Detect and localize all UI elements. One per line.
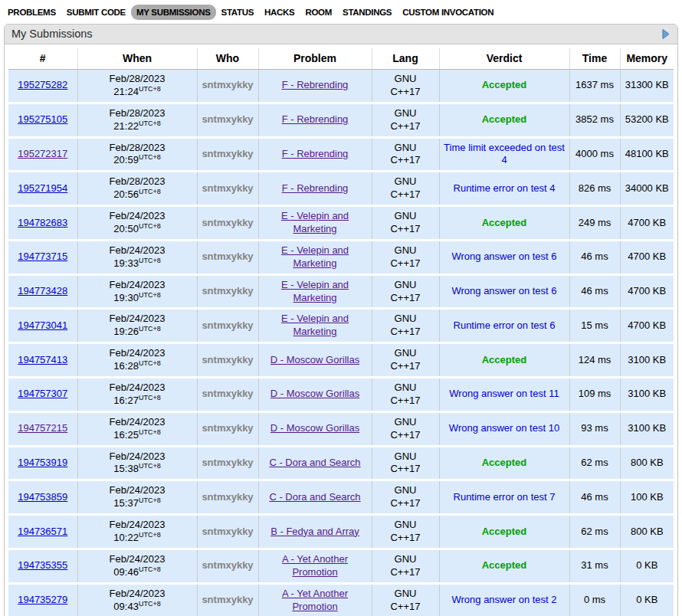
submission-runtime-cell: 3852 ms [569,103,620,137]
submission-row: 194757413 Feb/24/202316:28UTC+8 sntmxykk… [8,343,674,378]
submission-verdict-cell: Accepted [439,549,569,583]
submission-runtime-cell: 826 ms [569,172,620,206]
submission-memory-cell: 0 KB [620,583,674,616]
author-link[interactable]: sntmxykky [202,559,253,571]
tab-problems[interactable]: PROBLEMS [2,5,61,20]
submission-time-of-day: 15:37 [113,497,139,509]
author-link[interactable]: sntmxykky [202,148,253,159]
submission-id-link[interactable]: 195275105 [18,113,67,125]
submission-time-of-day: 19:30 [113,292,139,303]
problem-link[interactable]: B - Fedya and Array [271,526,359,537]
problem-link[interactable]: D - Moscow Gorillas [271,388,359,399]
submission-id-link[interactable]: 194773715 [18,251,67,262]
problem-link[interactable]: E - Velepin and Marketing [281,244,349,269]
submission-row: 195271954 Feb/28/202320:56UTC+8 sntmxykk… [8,172,674,206]
problem-link[interactable]: F - Rebrending [282,182,349,194]
tab-standings[interactable]: STANDINGS [337,5,397,20]
author-link[interactable]: sntmxykky [202,79,253,90]
problem-link[interactable]: E - Velepin and Marketing [281,279,349,303]
author-link[interactable]: sntmxykky [202,251,253,262]
problem-link[interactable]: F - Rebrending [282,148,349,159]
submission-runtime-cell: 4000 ms [569,137,620,172]
submission-id-link[interactable]: 194753919 [18,457,67,468]
author-link[interactable]: sntmxykky [202,113,253,125]
submission-author-cell: sntmxykky [197,103,258,137]
submission-id-cell: 194773428 [8,274,77,309]
submission-id-link[interactable]: 194736571 [18,526,67,537]
submission-row: 194782683 Feb/24/202320:50UTC+8 sntmxykk… [8,206,674,241]
submission-id-link[interactable]: 194782683 [18,217,67,228]
tab-status[interactable]: STATUS [216,5,260,20]
submission-id-link[interactable]: 195275282 [18,79,67,90]
submission-verdict-cell: Wrong answer on test 10 [439,411,569,446]
submission-memory-cell: 4700 KB [620,240,674,274]
problem-link[interactable]: A - Yet Another Promotion [282,553,348,578]
expand-arrow-icon[interactable] [662,29,670,39]
submission-author-cell: sntmxykky [197,515,258,549]
submission-when-cell: Feb/24/202316:28UTC+8 [77,343,197,378]
problem-link[interactable]: C - Dora and Search [269,457,360,468]
author-link[interactable]: sntmxykky [202,182,253,194]
submission-author-cell: sntmxykky [197,137,258,172]
tab-hacks[interactable]: HACKS [259,5,300,20]
submission-id-link[interactable]: 194757215 [18,422,67,434]
author-link[interactable]: sntmxykky [202,319,253,331]
tab-custom-invocation[interactable]: CUSTOM INVOCATION [397,5,499,20]
submission-runtime-cell: 93 ms [569,411,620,446]
submission-verdict-cell: Accepted [439,206,569,241]
submission-author-cell: sntmxykky [197,172,258,206]
submission-id-link[interactable]: 194735355 [18,559,67,571]
submission-id-link[interactable]: 194773041 [18,319,67,331]
submission-row: 194735355 Feb/24/202309:46UTC+8 sntmxykk… [8,549,674,583]
utc-offset-suffix: UTC+8 [139,359,161,367]
submission-problem-cell: F - Rebrending [258,172,372,206]
submission-id-link[interactable]: 194753859 [18,491,67,503]
submissions-table-wrap: #WhenWhoProblemLangVerdictTimeMemory 195… [5,44,677,616]
submission-memory-cell: 48100 KB [620,137,674,172]
submission-verdict-cell: Runtime error on test 6 [439,309,569,343]
submission-id-link[interactable]: 194757307 [18,388,67,399]
submission-lang-cell: GNU C++17 [372,172,439,206]
submission-memory-cell: 4700 KB [620,206,674,241]
submission-id-link[interactable]: 195271954 [18,182,67,194]
author-link[interactable]: sntmxykky [202,422,253,434]
problem-link[interactable]: E - Velepin and Marketing [281,210,349,234]
author-link[interactable]: sntmxykky [202,457,253,468]
submission-id-link[interactable]: 194773428 [18,285,67,297]
submission-date: Feb/24/2023 [109,244,165,256]
problem-link[interactable]: D - Moscow Gorillas [271,354,359,365]
submission-time-of-day: 21:22 [113,120,139,132]
problem-link[interactable]: D - Moscow Gorillas [271,422,359,434]
submission-row: 194753859 Feb/24/202315:37UTC+8 sntmxykk… [8,480,674,515]
tab-room[interactable]: ROOM [300,5,337,20]
submission-id-link[interactable]: 194735279 [18,594,67,605]
problem-link[interactable]: F - Rebrending [282,79,349,90]
submission-id-link[interactable]: 194757413 [18,354,67,365]
submission-row: 195275282 Feb/28/202321:24UTC+8 sntmxykk… [8,70,674,103]
submission-lang-cell: GNU C++17 [372,240,439,274]
problem-link[interactable]: A - Yet Another Promotion [282,588,348,612]
author-link[interactable]: sntmxykky [202,388,253,399]
utc-offset-suffix: UTC+8 [139,119,161,126]
submission-id-link[interactable]: 195272317 [18,148,67,159]
submission-date: Feb/24/2023 [109,451,165,462]
tab-my-submissions[interactable]: MY SUBMISSIONS [131,5,216,20]
submission-runtime-cell: 62 ms [569,446,620,480]
submission-row: 195275105 Feb/28/202321:22UTC+8 sntmxykk… [8,103,674,137]
problem-link[interactable]: E - Velepin and Marketing [281,313,349,337]
author-link[interactable]: sntmxykky [202,526,253,537]
submission-runtime-cell: 46 ms [569,480,620,515]
panel-title: My Submissions [11,28,93,40]
author-link[interactable]: sntmxykky [202,491,253,503]
submission-author-cell: sntmxykky [197,343,258,378]
problem-link[interactable]: C - Dora and Search [269,491,360,503]
author-link[interactable]: sntmxykky [202,354,253,365]
submission-id-cell: 194753859 [8,480,77,515]
author-link[interactable]: sntmxykky [202,594,253,605]
author-link[interactable]: sntmxykky [202,217,253,228]
submission-date: Feb/24/2023 [109,416,165,428]
submission-problem-cell: C - Dora and Search [258,480,372,515]
tab-submit-code[interactable]: SUBMIT CODE [61,5,131,20]
problem-link[interactable]: F - Rebrending [282,113,349,125]
author-link[interactable]: sntmxykky [202,285,253,297]
